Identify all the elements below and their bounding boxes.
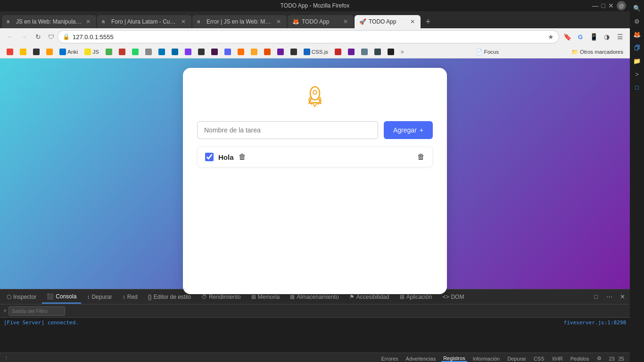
devtools-pedidos-filter[interactable]: Pedidos — [569, 356, 591, 362]
close-icon[interactable]: ✕ — [608, 2, 614, 9]
devtools-tab-inspector[interactable]: ⬡ Inspector — [2, 290, 41, 304]
menu-button[interactable]: ☰ — [614, 31, 626, 43]
bookmark-firefox2[interactable] — [235, 48, 247, 56]
bookmark-slack[interactable] — [208, 48, 221, 56]
sidebar-firefox-icon[interactable]: 🦊 — [631, 28, 643, 41]
devtools-informacion-filter[interactable]: Información — [471, 356, 502, 362]
devtools-xhr-filter[interactable]: XHR — [550, 356, 565, 362]
bookmark-trello[interactable] — [169, 48, 181, 56]
devtools-css-filter[interactable]: CSS — [532, 356, 546, 362]
google-icon[interactable]: G — [574, 31, 586, 43]
devtools-inspector-label: Inspector — [13, 294, 36, 300]
tab-label-4: TODO App — [302, 18, 339, 25]
devtools-depurar-filter[interactable]: Depurar — [505, 356, 528, 362]
devtools-informacion-label: Información — [473, 356, 500, 362]
bookmark-bear[interactable] — [116, 48, 128, 56]
devtools-close-button[interactable]: ✕ — [617, 291, 628, 303]
todo-delete-right-icon[interactable]: 🗑 — [417, 153, 425, 161]
bookmark-dark2[interactable] — [372, 48, 384, 56]
sidebar-vscode-icon[interactable]: 🗍 — [631, 41, 643, 54]
bookmark-notion[interactable] — [30, 48, 42, 56]
sidebar-terminal-icon[interactable]: > — [631, 68, 643, 80]
maximize-icon[interactable]: □ — [602, 2, 605, 9]
bookmark-in[interactable] — [156, 48, 168, 56]
bookmark-dark[interactable] — [288, 48, 300, 56]
devtools-pedidos-label: Pedidos — [570, 356, 589, 362]
tab-todo-active[interactable]: 🚀 TODO App ✕ — [355, 15, 421, 28]
bookmark-icon-wa — [106, 49, 112, 55]
devtools-settings-icon[interactable]: ⚙ — [595, 355, 603, 362]
tab-close-3[interactable]: ✕ — [275, 18, 282, 25]
bookmarks-focus[interactable]: 📄 Focus — [473, 48, 502, 56]
bookmark-icon-css — [304, 49, 310, 55]
linux-icon[interactable]: @ — [617, 1, 626, 10]
bookmark-icon-gray — [361, 49, 368, 55]
bookmark-gray[interactable] — [358, 48, 371, 56]
bookmark-drive[interactable] — [17, 48, 29, 56]
bookmark-discord[interactable] — [222, 48, 234, 56]
tab-foro[interactable]: a Foro | Alura Latam - Cursos on... ✕ — [97, 15, 191, 28]
tab-close-2[interactable]: ✕ — [180, 18, 187, 25]
forward-button[interactable]: → — [18, 31, 30, 43]
bookmark-black[interactable] — [385, 48, 397, 56]
sync-icon[interactable]: ◑ — [601, 31, 613, 43]
bookmark-n[interactable] — [195, 48, 207, 56]
tab-close-4[interactable]: ✕ — [342, 18, 349, 25]
devtools-advertencias-filter[interactable]: Advertencias — [404, 356, 438, 362]
tab-todo-inactive[interactable]: 🦊 TODO App ✕ — [288, 15, 354, 28]
tab-js-manipulation[interactable]: a JS en la Web: Manipulación de... ✕ — [2, 15, 96, 28]
whatsapp-icon[interactable]: 📱 — [587, 31, 600, 43]
bookmark-wapp[interactable] — [129, 48, 141, 56]
bookmark-wa[interactable] — [103, 48, 115, 56]
devtools-more-button[interactable]: ⋯ — [603, 291, 615, 303]
devtools-tab-red[interactable]: ↕ Red — [118, 290, 142, 304]
tab-close-5[interactable]: ✕ — [409, 18, 416, 25]
bookmarks-more-button[interactable]: » — [399, 48, 406, 56]
bookmark-icon-wapp — [132, 49, 139, 55]
tab-close-1[interactable]: ✕ — [85, 18, 91, 25]
task-name-input[interactable] — [197, 121, 378, 139]
svg-point-2 — [311, 103, 313, 105]
bookmark-js[interactable]: JS — [82, 48, 101, 56]
add-task-button[interactable]: Agregar + — [384, 121, 433, 139]
pocket-icon[interactable]: 🔖 — [561, 31, 573, 43]
bookmark-icon-discord — [224, 49, 231, 55]
todo-checkbox[interactable] — [205, 153, 214, 161]
bookmark-lm[interactable] — [142, 48, 155, 56]
sidebar-settings-icon[interactable]: ⚙ — [631, 15, 643, 27]
reload-button[interactable]: ↻ — [32, 31, 44, 43]
devtools-tab-depurar[interactable]: ↕ Depurar — [82, 290, 116, 304]
bookmark-gmail[interactable] — [4, 48, 16, 56]
sidebar-vscode2-icon[interactable]: □ — [631, 81, 643, 93]
devtools-memoria-icon: ⊞ — [251, 294, 256, 300]
address-bar[interactable]: 🔒 127.0.0.1:5555 ★ — [58, 30, 559, 43]
devtools-depurar-label: Depurar — [507, 356, 526, 362]
bookmark-red[interactable] — [332, 48, 344, 56]
bookmark-amazon[interactable] — [43, 48, 56, 56]
bookmark-violet[interactable] — [274, 48, 287, 56]
devtools-log-file[interactable]: fiveserver.js:1:8298 — [564, 320, 626, 326]
sidebar-search-icon[interactable]: 🔍 — [631, 2, 643, 14]
tab-error[interactable]: a Error | JS en la Web: Manipulac... ✕ — [192, 15, 287, 28]
new-tab-button[interactable]: + — [421, 15, 435, 28]
add-task-label: Agregar — [393, 126, 417, 134]
devtools-errores-filter[interactable]: Errores — [380, 356, 400, 362]
bookmarks-other-button[interactable]: 📁 Otros marcadores — [569, 48, 626, 56]
devtools-css-label: CSS — [534, 356, 545, 362]
back-button[interactable]: ← — [4, 31, 16, 43]
bookmark-obsidian[interactable] — [182, 48, 194, 56]
bookmark-icon-obsidian — [185, 49, 191, 55]
devtools-registros-filter[interactable]: Registros — [441, 355, 467, 362]
devtools-filter-input[interactable] — [8, 306, 65, 316]
bookmark-orange[interactable] — [261, 48, 273, 56]
bookmark-purple[interactable] — [345, 48, 357, 56]
todo-delete-inline-icon[interactable]: 🗑 — [239, 153, 246, 161]
minimize-icon[interactable]: — — [592, 2, 599, 9]
bookmark-anki[interactable]: Anki — [57, 48, 81, 56]
bookmark-css[interactable]: CSS.js — [301, 48, 331, 56]
devtools-dock-button[interactable]: □ — [590, 291, 602, 303]
sidebar-folder-icon[interactable]: 📁 — [631, 55, 643, 67]
devtools-tab-consola[interactable]: ⬛ Consola — [42, 290, 81, 304]
bookmark-star-icon[interactable]: ★ — [548, 33, 554, 41]
bookmark-yellow[interactable] — [248, 48, 260, 56]
